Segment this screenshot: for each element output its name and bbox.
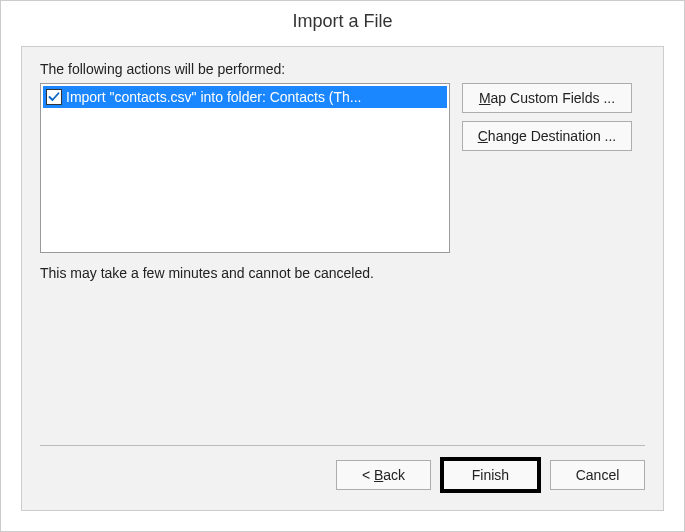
back-button[interactable]: < Back xyxy=(336,460,431,490)
import-file-dialog: Import a File The following actions will… xyxy=(0,0,685,532)
change-destination-button[interactable]: Change Destination ... xyxy=(462,121,632,151)
dialog-title: Import a File xyxy=(1,1,684,46)
finish-button[interactable]: Finish xyxy=(443,460,538,490)
footer-buttons: < Back Finish Cancel xyxy=(40,460,645,496)
list-item-label: Import "contacts.csv" into folder: Conta… xyxy=(66,89,444,105)
note-label: This may take a few minutes and cannot b… xyxy=(40,265,645,281)
checkbox-icon[interactable] xyxy=(46,89,62,105)
cancel-button[interactable]: Cancel xyxy=(550,460,645,490)
divider xyxy=(40,445,645,446)
actions-label: The following actions will be performed: xyxy=(40,61,645,77)
map-custom-fields-button[interactable]: Map Custom Fields ... xyxy=(462,83,632,113)
side-buttons: Map Custom Fields ... Change Destination… xyxy=(462,83,632,151)
dialog-panel: The following actions will be performed:… xyxy=(21,46,664,511)
actions-listbox[interactable]: Import "contacts.csv" into folder: Conta… xyxy=(40,83,450,253)
list-item[interactable]: Import "contacts.csv" into folder: Conta… xyxy=(43,86,447,108)
